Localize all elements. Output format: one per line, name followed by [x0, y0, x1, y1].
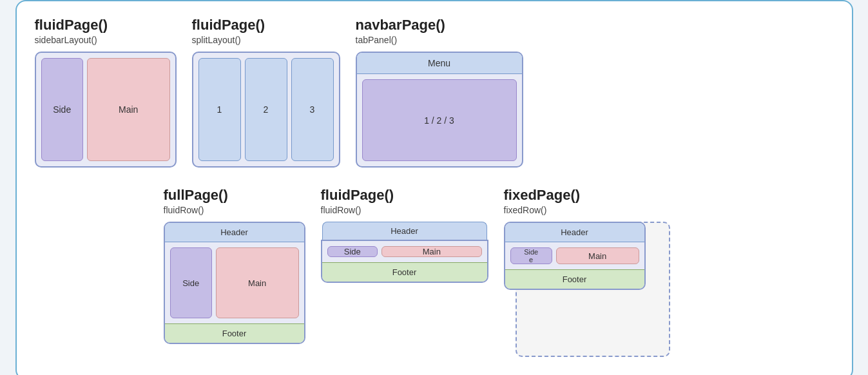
diagram-full-fluid: fullPage() fluidRow() Header Side Main F… [164, 187, 305, 344]
d4-subtitle: fluidRow() [164, 205, 204, 215]
d6-title: fixedPage() [504, 187, 581, 204]
d4-footer-bar: Footer [165, 323, 304, 343]
d3-subtitle: tabPanel() [356, 35, 398, 45]
d6-main-frame: Header Sidee Main Footer [504, 222, 646, 290]
d5-header-above: Header [322, 222, 487, 240]
d4-side-panel: Side [170, 247, 212, 318]
d1-main-panel: Main [87, 58, 170, 161]
d4-header-bar: Header [165, 223, 304, 242]
d5-middle-area: Side Main [322, 241, 487, 262]
d2-col1: 1 [198, 58, 241, 161]
d4-middle-area: Side Main [165, 242, 304, 323]
d2-frame: 1 2 3 [192, 52, 340, 168]
d1-side-panel: Side [41, 58, 83, 161]
outer-container: fluidPage() sidebarLayout() Side Main fl… [15, 0, 853, 375]
d4-title: fullPage() [164, 187, 228, 204]
d6-side-panel: Sidee [510, 247, 552, 264]
d1-title: fluidPage() [35, 17, 108, 34]
d3-frame: Menu 1 / 2 / 3 [356, 52, 523, 168]
d2-col2: 2 [245, 58, 287, 161]
d5-footer-bar: Footer [322, 262, 487, 282]
d4-frame: Header Side Main Footer [164, 222, 305, 344]
d2-subtitle: splitLayout() [192, 35, 241, 45]
row-1: fluidPage() sidebarLayout() Side Main fl… [35, 17, 834, 168]
d1-frame: Side Main [35, 52, 177, 168]
d1-subtitle: sidebarLayout() [35, 35, 97, 45]
d6-header-bar: Header [505, 223, 644, 242]
diagram-fluid-fluid: fluidPage() fluidRow() Header Side Main [321, 187, 488, 344]
row-2: fullPage() fluidRow() Header Side Main F… [35, 187, 834, 344]
diagram-fluid-sidebar: fluidPage() sidebarLayout() Side Main [35, 17, 177, 168]
diagram-navbar-tab: navbarPage() tabPanel() Menu 1 / 2 / 3 [356, 17, 523, 168]
diagram-fluid-split: fluidPage() splitLayout() 1 2 3 [192, 17, 340, 168]
d5-outer: Header Side Main Footer [321, 222, 488, 283]
d6-main-panel: Main [556, 247, 639, 264]
d3-menu-bar: Menu [357, 53, 522, 74]
d6-subtitle: fixedRow() [504, 205, 547, 215]
d6-footer-bar: Footer [505, 269, 644, 289]
d2-title: fluidPage() [192, 17, 265, 34]
diagram-fixed-fixed: fixedPage() fixedRow() Header Sidee Main [504, 187, 671, 344]
d6-outer: Header Sidee Main Footer [504, 222, 671, 290]
d5-main-panel: Main [381, 246, 481, 257]
d2-col3: 3 [291, 58, 334, 161]
d5-side-panel: Side [327, 246, 378, 257]
d3-title: navbarPage() [356, 17, 445, 34]
d5-title: fluidPage() [321, 187, 394, 204]
d3-content-area: 1 / 2 / 3 [362, 79, 517, 161]
d5-frame: Side Main Footer [321, 240, 488, 283]
d4-main-panel: Main [216, 247, 299, 318]
d6-middle-area: Sidee Main [505, 242, 644, 269]
d5-subtitle: fluidRow() [321, 205, 362, 215]
